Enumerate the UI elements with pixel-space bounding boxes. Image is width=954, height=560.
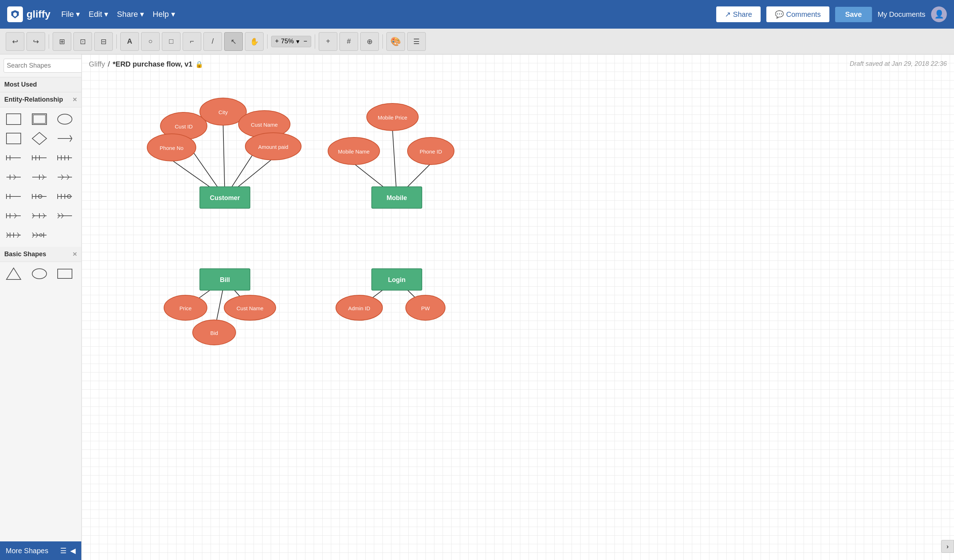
er-notation-2[interactable]	[29, 149, 50, 167]
avatar[interactable]: 👤	[931, 6, 947, 22]
attr-cust-name-label: Cust Name	[251, 122, 277, 128]
zoom-in-btn[interactable]: +	[275, 37, 279, 45]
basic-shapes-collapse-icon[interactable]: ✕	[72, 251, 77, 258]
svg-rect-1	[32, 114, 47, 124]
svg-line-60	[58, 213, 60, 216]
er-notation-9[interactable]	[54, 188, 76, 205]
search-section: 🔍	[0, 54, 81, 77]
sidebar: 🔍 Most Used Entity-Relationship ✕	[0, 54, 82, 560]
er-shape-double-rect[interactable]	[29, 110, 50, 128]
er-shape-rect[interactable]	[3, 110, 24, 128]
svg-line-31	[61, 177, 63, 180]
toolbar: ↩ ↪ ⊞ ⊡ ⊟ A ○ □ ⌐ / ↖ ✋ + 75% ▾ − + # ⊕ …	[0, 29, 954, 54]
svg-line-49	[14, 216, 17, 218]
er-shape-rect2[interactable]	[3, 129, 24, 148]
canvas-area[interactable]: Gliffy / *ERD purchase flow, v1 🔒 Draft …	[82, 54, 954, 560]
comments-button[interactable]: 💬 Comments	[766, 6, 829, 22]
right-collapse-button[interactable]: ›	[941, 540, 954, 553]
line-button[interactable]: ⌐	[182, 32, 201, 51]
er-notation-10[interactable]	[3, 207, 24, 225]
er-shape-line-fork[interactable]	[54, 129, 76, 148]
attr-mobile-name-label: Mobile Name	[338, 148, 369, 155]
hand-button[interactable]: ✋	[245, 32, 263, 51]
attr-phone-no-label: Phone No	[160, 145, 184, 151]
er-notation-12[interactable]	[54, 207, 76, 225]
zoom-control[interactable]: + 75% ▾ −	[271, 36, 311, 47]
username-display[interactable]: My Documents	[878, 10, 925, 19]
er-notation-8[interactable]	[29, 188, 50, 205]
nav-share[interactable]: Share ▾	[117, 10, 144, 19]
add-button[interactable]: +	[319, 32, 337, 51]
entity-bill-label: Bill	[220, 276, 230, 283]
er-notation-13[interactable]	[3, 226, 24, 244]
zoom-out-btn[interactable]: −	[304, 37, 308, 45]
er-notation-1[interactable]	[3, 149, 24, 167]
er-notation-7[interactable]	[3, 188, 24, 205]
svg-rect-4	[6, 133, 21, 144]
group-button[interactable]: ⊡	[73, 32, 92, 51]
nav-file[interactable]: File ▾	[61, 10, 80, 19]
svg-line-70	[36, 233, 38, 235]
svg-line-74	[32, 233, 34, 235]
layers2-button[interactable]: ☰	[407, 32, 426, 51]
svg-line-32	[67, 174, 69, 177]
share-button[interactable]: ↗ Share	[716, 6, 761, 22]
basic-ellipse[interactable]	[29, 265, 50, 283]
most-used-label: Most Used	[4, 81, 37, 89]
svg-line-33	[67, 177, 69, 180]
lock-icon[interactable]: 🔒	[195, 61, 203, 68]
logo: gliffy	[7, 6, 50, 22]
select-button[interactable]: ↖	[224, 32, 243, 51]
nav-edit[interactable]: Edit ▾	[89, 10, 108, 19]
main-area: 🔍 Most Used Entity-Relationship ✕	[0, 54, 954, 560]
entity-relationship-section-header[interactable]: Entity-Relationship ✕	[0, 92, 81, 107]
er-notation-14[interactable]	[29, 226, 50, 244]
most-used-section-header[interactable]: Most Used	[0, 77, 81, 92]
svg-line-53	[43, 213, 45, 216]
er-notation-3[interactable]	[54, 149, 76, 167]
rect-button[interactable]: □	[162, 32, 181, 51]
entity-relationship-collapse-icon[interactable]: ✕	[72, 96, 77, 103]
attr-mobile-price-label: Mobile Price	[378, 115, 407, 121]
er-notation-11[interactable]	[29, 207, 50, 225]
basic-rect[interactable]	[54, 265, 76, 283]
er-shape-ellipse[interactable]	[54, 110, 76, 128]
redo-button[interactable]: ↪	[26, 32, 45, 51]
basic-triangle[interactable]	[3, 265, 24, 283]
basic-shapes-section-header[interactable]: Basic Shapes ✕	[0, 247, 81, 262]
layers-button[interactable]: ⊕	[360, 32, 379, 51]
attr-admin-id-label: Admin ID	[348, 305, 370, 311]
attr-pw-label: PW	[421, 305, 430, 311]
er-shape-diamond[interactable]	[29, 129, 50, 148]
ellipse-button[interactable]: ○	[141, 32, 160, 51]
er-notation-6[interactable]	[54, 168, 76, 186]
svg-line-58	[61, 213, 63, 216]
entity-customer-label: Customer	[210, 194, 240, 201]
nav-help[interactable]: Help ▾	[153, 10, 175, 19]
color-button[interactable]: 🎨	[387, 32, 405, 51]
entity-relationship-label: Entity-Relationship	[4, 96, 63, 103]
zoom-level[interactable]: 75%	[281, 37, 294, 45]
svg-marker-5	[32, 132, 47, 145]
search-input[interactable]	[3, 59, 82, 73]
save-button[interactable]: Save	[835, 7, 872, 22]
pencil-button[interactable]: /	[203, 32, 222, 51]
svg-rect-0	[6, 114, 21, 124]
zoom-dropdown-icon[interactable]: ▾	[296, 37, 299, 45]
more-shapes-icon1[interactable]: ☰	[60, 546, 67, 555]
svg-line-67	[6, 233, 9, 235]
text-button[interactable]: A	[120, 32, 139, 51]
attr-phone-id-label: Phone ID	[420, 148, 442, 155]
undo-button[interactable]: ↩	[6, 32, 24, 51]
grid-button[interactable]: #	[340, 32, 358, 51]
more-shapes-icon2[interactable]: ◀	[70, 546, 76, 555]
logo-text: gliffy	[26, 9, 50, 20]
more-shapes-footer[interactable]: More Shapes ☰ ◀	[0, 541, 81, 560]
er-notation-5[interactable]	[29, 168, 50, 186]
ungroup-button[interactable]: ⊟	[94, 32, 113, 51]
er-notation-4[interactable]	[3, 168, 24, 186]
svg-point-77	[32, 269, 47, 279]
attr-price-label: Price	[179, 305, 192, 311]
select-all-button[interactable]: ⊞	[53, 32, 71, 51]
attr-cust-name-bill-label: Cust Name	[236, 305, 263, 311]
